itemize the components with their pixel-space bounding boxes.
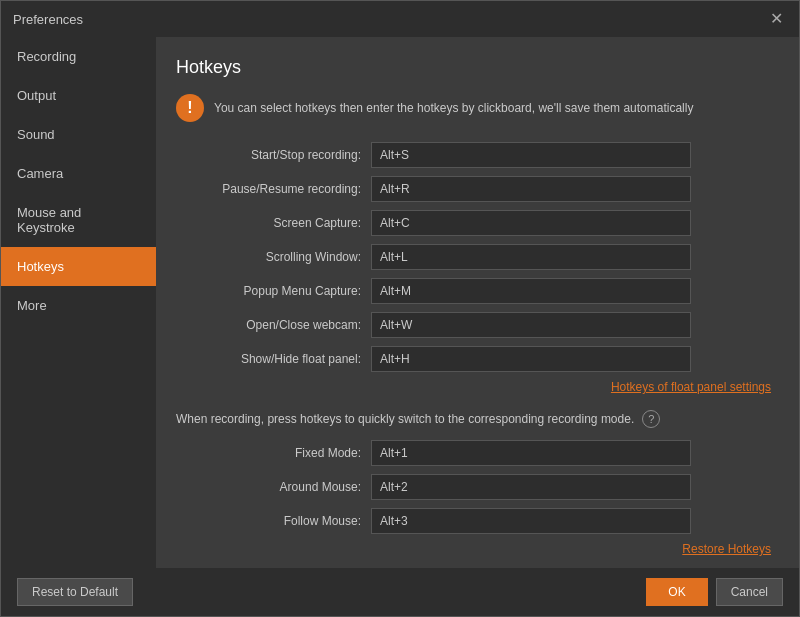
label-follow-mouse: Follow Mouse:: [176, 514, 371, 528]
label-start-stop: Start/Stop recording:: [176, 148, 371, 162]
close-button[interactable]: ✕: [766, 9, 787, 29]
hotkey-row-scrolling-window: Scrolling Window:: [176, 244, 775, 270]
preferences-dialog: Preferences ✕ Recording Output Sound Cam…: [0, 0, 800, 617]
hotkey-row-around-mouse: Around Mouse:: [176, 474, 775, 500]
input-around-mouse[interactable]: [371, 474, 691, 500]
sidebar-item-recording[interactable]: Recording: [1, 37, 156, 76]
title-bar: Preferences ✕: [1, 1, 799, 37]
recording-mode-help-icon[interactable]: ?: [642, 410, 660, 428]
dialog-body: Recording Output Sound Camera Mouse and …: [1, 37, 799, 568]
input-fixed-mode[interactable]: [371, 440, 691, 466]
recording-mode-desc-row: When recording, press hotkeys to quickly…: [176, 410, 775, 428]
sidebar-item-more[interactable]: More: [1, 286, 156, 325]
hotkey-row-follow-mouse: Follow Mouse:: [176, 508, 775, 534]
main-wrapper: Hotkeys ! You can select hotkeys then en…: [156, 37, 799, 568]
label-around-mouse: Around Mouse:: [176, 480, 371, 494]
label-pause-resume: Pause/Resume recording:: [176, 182, 371, 196]
recording-mode-desc: When recording, press hotkeys to quickly…: [176, 412, 634, 426]
hotkey-row-start-stop: Start/Stop recording:: [176, 142, 775, 168]
sidebar-item-sound[interactable]: Sound: [1, 115, 156, 154]
label-float-panel: Show/Hide float panel:: [176, 352, 371, 366]
ok-button[interactable]: OK: [646, 578, 707, 606]
input-float-panel[interactable]: [371, 346, 691, 372]
hotkey-row-pause-resume: Pause/Resume recording:: [176, 176, 775, 202]
label-scrolling-window: Scrolling Window:: [176, 250, 371, 264]
input-webcam[interactable]: [371, 312, 691, 338]
main-content: Hotkeys ! You can select hotkeys then en…: [156, 37, 799, 568]
hotkey-row-fixed-mode: Fixed Mode:: [176, 440, 775, 466]
info-text: You can select hotkeys then enter the ho…: [214, 101, 693, 115]
label-popup-menu: Popup Menu Capture:: [176, 284, 371, 298]
cancel-button[interactable]: Cancel: [716, 578, 783, 606]
label-fixed-mode: Fixed Mode:: [176, 446, 371, 460]
sidebar: Recording Output Sound Camera Mouse and …: [1, 37, 156, 568]
input-popup-menu[interactable]: [371, 278, 691, 304]
dialog-footer: Reset to Default OK Cancel: [1, 568, 799, 616]
dialog-title: Preferences: [13, 12, 83, 27]
hotkey-row-webcam: Open/Close webcam:: [176, 312, 775, 338]
hotkey-row-screen-capture: Screen Capture:: [176, 210, 775, 236]
sidebar-item-output[interactable]: Output: [1, 76, 156, 115]
label-screen-capture: Screen Capture:: [176, 216, 371, 230]
sidebar-item-camera[interactable]: Camera: [1, 154, 156, 193]
input-start-stop[interactable]: [371, 142, 691, 168]
hotkeys-title: Hotkeys: [176, 57, 775, 78]
hotkeys-section: Hotkeys ! You can select hotkeys then en…: [176, 57, 775, 556]
input-scrolling-window[interactable]: [371, 244, 691, 270]
reset-button[interactable]: Reset to Default: [17, 578, 133, 606]
input-follow-mouse[interactable]: [371, 508, 691, 534]
footer-right: OK Cancel: [646, 578, 783, 606]
input-pause-resume[interactable]: [371, 176, 691, 202]
label-webcam: Open/Close webcam:: [176, 318, 371, 332]
sidebar-item-hotkeys[interactable]: Hotkeys: [1, 247, 156, 286]
restore-hotkeys-link[interactable]: Restore Hotkeys: [176, 542, 775, 556]
sidebar-item-mouse-keystroke[interactable]: Mouse and Keystroke: [1, 193, 156, 247]
hotkey-row-float-panel: Show/Hide float panel:: [176, 346, 775, 372]
hotkey-row-popup-menu: Popup Menu Capture:: [176, 278, 775, 304]
input-screen-capture[interactable]: [371, 210, 691, 236]
float-panel-settings-link[interactable]: Hotkeys of float panel settings: [176, 380, 775, 394]
info-icon: !: [176, 94, 204, 122]
info-box: ! You can select hotkeys then enter the …: [176, 94, 775, 122]
